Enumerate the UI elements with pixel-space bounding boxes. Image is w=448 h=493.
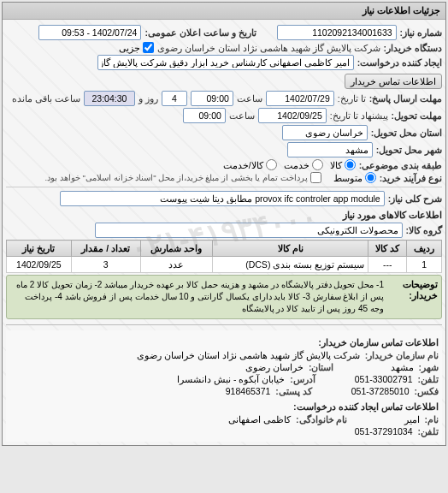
delivery-deadline-label: مهلت تحویل: <box>392 110 442 121</box>
cell-code: --- <box>368 257 407 273</box>
items-title: اطلاعات کالاهای مورد نیاز <box>6 210 442 221</box>
public-datetime-field <box>38 25 141 40</box>
row-group: گروه کالا: <box>6 223 442 238</box>
radio-service-input[interactable] <box>312 159 323 170</box>
group-field <box>95 223 403 238</box>
day-label: روز و <box>139 93 158 104</box>
postal-value: 918465371 <box>226 386 271 396</box>
buyer-value: شرکت پالایش گاز شهید هاشمی نژاد استان خر… <box>157 43 380 53</box>
need-number-field <box>277 25 397 40</box>
category-radio-group: کالا خدمت کالا/خدمت <box>223 159 356 170</box>
radio-goods-service-input[interactable] <box>266 159 277 170</box>
phone-value: 051-33002791 <box>355 374 413 384</box>
cell-date: 1402/09/25 <box>7 257 72 273</box>
payment-note-check[interactable]: پرداخت تمام یا بخشی از مبلغ خرید،از محل … <box>45 172 321 183</box>
radio-medium-input[interactable] <box>365 172 376 183</box>
row-deadline: مهلت ارسال پاسخ: تا تاریخ: ساعت روز و سا… <box>6 91 442 106</box>
radio-goods[interactable]: کالا <box>330 159 356 170</box>
contact-org-row: نام سازمان خریدار: شرکت پالایش گاز شهید … <box>9 350 439 360</box>
org-value: شرکت پالایش گاز شهید هاشمی نژاد استان خر… <box>137 350 359 360</box>
items-table: ردیف کد کالا نام کالا واحد شمارش تعداد /… <box>6 240 442 273</box>
table-header-row: ردیف کد کالا نام کالا واحد شمارش تعداد /… <box>7 241 442 257</box>
cell-unit: عدد <box>140 257 213 273</box>
family-value: کاظمی اصفهانی <box>228 414 291 425</box>
partial-label: جزیی <box>119 43 140 53</box>
radio-medium[interactable]: متوسط <box>333 172 376 183</box>
row-process-type: نوع فرآیند خرید: متوسط پرداخت تمام یا بخ… <box>6 172 442 183</box>
panel-header: جزئیات اطلاعات نیاز <box>3 3 445 20</box>
name-value: امیر <box>404 414 420 425</box>
delivery-province-field <box>282 125 368 140</box>
family-label: نام خانوادگی: <box>296 414 347 425</box>
tel2-label: تلفن: <box>418 426 439 437</box>
buyer-notes-text: 1- محل تحویل دفتر پالایشگاه در مشهد و هز… <box>13 279 384 315</box>
contact-section: اطلاعات تماس سازمان خریدار: نام سازمان خ… <box>6 330 442 442</box>
partial-checkbox[interactable] <box>143 42 154 53</box>
th-date: تاریخ نیاز <box>7 241 72 257</box>
time-left-field <box>84 91 135 106</box>
delivery-to-label: پیشنهاد تا تاریخ: <box>330 110 388 121</box>
table-row[interactable]: 1 --- سیستم توزیع بسته بندی (DCS) عدد 3 … <box>7 257 442 273</box>
cell-name: سیستم توزیع بسته بندی (DCS) <box>213 257 368 273</box>
buyer-contact-button[interactable]: اطلاعات تماس خریدار <box>345 74 442 89</box>
creator-name-row: نام: امیر نام خانوادگی: کاظمی اصفهانی <box>9 414 439 425</box>
org-label: نام سازمان خریدار: <box>365 350 439 360</box>
row-delivery: مهلت تحویل: پیشنهاد تا تاریخ: ساعت <box>6 108 442 123</box>
province-value: خراسان رضوی <box>245 362 304 372</box>
postal-label: کد پستی: <box>275 386 311 396</box>
cell-idx: 1 <box>407 257 442 273</box>
radio-goods-service[interactable]: کالا/خدمت <box>223 159 277 170</box>
row-requester: ایجاد کننده درخواست: اطلاعات تماس خریدار <box>6 55 442 89</box>
radio-service[interactable]: خدمت <box>284 159 323 170</box>
province-label: استان: <box>309 362 334 372</box>
city-value: مشهد <box>391 362 414 372</box>
phone-label: تلفن: <box>418 374 439 384</box>
delivery-province-label: استان محل تحویل: <box>371 128 442 138</box>
deadline-date-field[interactable] <box>266 91 334 106</box>
delivery-date-field[interactable] <box>258 108 327 123</box>
time-left-label: ساعت باقی مانده <box>12 93 80 104</box>
creator-contact-title: اطلاعات تماس ایجاد کننده درخواست: <box>9 401 439 413</box>
panel-body: ۰۲۱-۴۱۹۳۴۰۰۰ شماره نیاز: تاریخ و ساعت اع… <box>3 20 445 445</box>
city-label: شهر: <box>419 362 439 372</box>
fax-label: فکس: <box>415 386 439 396</box>
key-desc-label: شرح کلی نیاز: <box>388 193 442 204</box>
th-unit: واحد شمارش <box>140 241 213 257</box>
process-type-label: نوع فرآیند خرید: <box>380 173 442 183</box>
group-label: گروه کالا: <box>406 225 442 235</box>
th-name: نام کالا <box>213 241 368 257</box>
need-details-panel: جزئیات اطلاعات نیاز ۰۲۱-۴۱۹۳۴۰۰۰ شماره ن… <box>2 2 446 446</box>
row-location: استان محل تحویل: <box>6 125 442 140</box>
deadline-time-field[interactable] <box>191 91 233 106</box>
th-code: کد کالا <box>368 241 407 257</box>
payment-note-text: پرداخت تمام یا بخشی از مبلغ خرید،از محل … <box>45 173 308 182</box>
requester-label: ایجاد کننده درخواست: <box>357 57 442 68</box>
contact-city-row: شهر: مشهد استان: خراسان رضوی <box>9 362 439 372</box>
time-label-2: ساعت <box>229 110 255 121</box>
contact-title: اطلاعات تماس سازمان خریدار: <box>9 337 439 348</box>
address-label: آدرس: <box>290 374 315 384</box>
row-key-desc: شرح کلی نیاز: <box>6 191 442 206</box>
radio-goods-input[interactable] <box>345 159 356 170</box>
to-date-label: تا تاریخ: <box>338 93 366 104</box>
payment-note-checkbox[interactable] <box>310 172 321 183</box>
delivery-time-field[interactable] <box>183 108 226 123</box>
cell-qty: 3 <box>71 257 140 273</box>
contact-phone-row: تلفن: 051-33002791 آدرس: خیابان آبکوه - … <box>9 374 439 384</box>
days-left-field <box>162 91 187 106</box>
address-value: خیابان آبکوه - نبش دانشسرا <box>177 374 285 384</box>
deadline-reply-label: مهلت ارسال پاسخ: <box>369 93 442 104</box>
requester-field <box>97 55 354 70</box>
need-number-label: شماره نیاز: <box>400 27 442 38</box>
name-label: نام: <box>425 414 439 425</box>
row-category: طبقه بندی موضوعی: کالا خدمت کالا/خدمت <box>6 159 442 170</box>
key-desc-field[interactable] <box>60 191 385 206</box>
tel2-value: 051-37291034 <box>355 426 413 437</box>
row-buyer: دستگاه خریدار: شرکت پالایش گاز شهید هاشم… <box>6 42 442 53</box>
buyer-notes-label: توضیحات خریدار: <box>386 279 438 301</box>
buyer-notes-box: توضیحات خریدار: 1- محل تحویل دفتر پالایش… <box>6 275 442 319</box>
partial-check: جزیی <box>119 42 154 53</box>
buyer-label: دستگاه خریدار: <box>384 43 442 53</box>
th-qty: تعداد / مقدار <box>71 241 140 257</box>
contact-fax-row: فکس: 051-37285010 کد پستی: 918465371 <box>9 386 439 396</box>
